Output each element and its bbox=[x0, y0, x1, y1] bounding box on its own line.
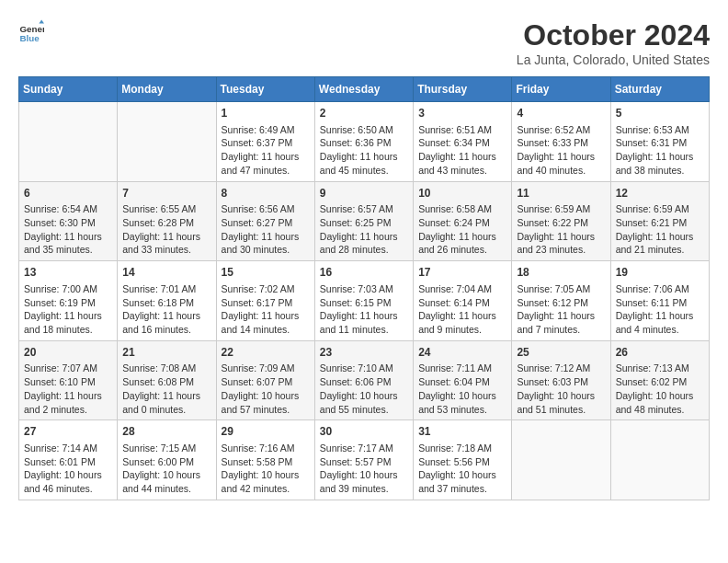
day-info: Sunrise: 6:54 AM Sunset: 6:30 PM Dayligh… bbox=[24, 202, 112, 257]
calendar-cell: 4Sunrise: 6:52 AM Sunset: 6:33 PM Daylig… bbox=[512, 102, 610, 182]
day-number: 11 bbox=[517, 186, 605, 201]
day-info: Sunrise: 7:08 AM Sunset: 6:08 PM Dayligh… bbox=[122, 362, 210, 416]
calendar-cell bbox=[610, 420, 709, 500]
day-number: 27 bbox=[24, 424, 112, 440]
day-number: 3 bbox=[418, 106, 506, 121]
calendar-cell: 15Sunrise: 7:02 AM Sunset: 6:17 PM Dayli… bbox=[216, 261, 314, 341]
day-info: Sunrise: 7:10 AM Sunset: 6:06 PM Dayligh… bbox=[320, 362, 408, 416]
svg-text:Blue: Blue bbox=[19, 33, 40, 43]
day-number: 19 bbox=[616, 265, 704, 281]
calendar-cell: 13Sunrise: 7:00 AM Sunset: 6:19 PM Dayli… bbox=[19, 261, 118, 341]
day-number: 22 bbox=[222, 345, 310, 361]
day-info: Sunrise: 7:16 AM Sunset: 5:58 PM Dayligh… bbox=[222, 442, 310, 496]
location: La Junta, Colorado, United States bbox=[517, 52, 710, 67]
calendar-cell: 28Sunrise: 7:15 AM Sunset: 6:00 PM Dayli… bbox=[118, 420, 216, 500]
page-header: General Blue October 2024 La Junta, Colo… bbox=[18, 18, 710, 67]
calendar-cell: 30Sunrise: 7:17 AM Sunset: 5:57 PM Dayli… bbox=[314, 420, 413, 500]
calendar-cell: 25Sunrise: 7:12 AM Sunset: 6:03 PM Dayli… bbox=[512, 340, 610, 420]
day-info: Sunrise: 7:12 AM Sunset: 6:03 PM Dayligh… bbox=[517, 362, 605, 416]
day-number: 24 bbox=[418, 345, 506, 361]
day-info: Sunrise: 7:13 AM Sunset: 6:02 PM Dayligh… bbox=[616, 362, 704, 416]
day-number: 13 bbox=[24, 265, 112, 281]
calendar-cell: 8Sunrise: 6:56 AM Sunset: 6:27 PM Daylig… bbox=[216, 181, 314, 261]
calendar-cell: 31Sunrise: 7:18 AM Sunset: 5:56 PM Dayli… bbox=[414, 420, 512, 500]
day-info: Sunrise: 7:02 AM Sunset: 6:17 PM Dayligh… bbox=[222, 282, 310, 337]
day-number: 31 bbox=[418, 424, 506, 440]
calendar-cell: 14Sunrise: 7:01 AM Sunset: 6:18 PM Dayli… bbox=[118, 261, 216, 341]
weekday-header-row: SundayMondayTuesdayWednesdayThursdayFrid… bbox=[19, 77, 710, 102]
day-number: 2 bbox=[320, 106, 408, 121]
day-info: Sunrise: 6:52 AM Sunset: 6:33 PM Dayligh… bbox=[517, 123, 605, 178]
calendar-cell: 27Sunrise: 7:14 AM Sunset: 6:01 PM Dayli… bbox=[19, 420, 118, 500]
day-info: Sunrise: 6:55 AM Sunset: 6:28 PM Dayligh… bbox=[122, 202, 210, 257]
calendar-cell: 24Sunrise: 7:11 AM Sunset: 6:04 PM Dayli… bbox=[414, 340, 512, 420]
day-info: Sunrise: 6:53 AM Sunset: 6:31 PM Dayligh… bbox=[616, 123, 704, 178]
calendar-cell: 16Sunrise: 7:03 AM Sunset: 6:15 PM Dayli… bbox=[314, 261, 413, 341]
weekday-header: Saturday bbox=[610, 77, 709, 102]
logo: General Blue bbox=[18, 18, 44, 44]
weekday-header: Sunday bbox=[19, 77, 118, 102]
month-title: October 2024 bbox=[517, 18, 710, 52]
logo-icon: General Blue bbox=[18, 18, 44, 44]
calendar-cell: 7Sunrise: 6:55 AM Sunset: 6:28 PM Daylig… bbox=[118, 181, 216, 261]
day-number: 6 bbox=[24, 186, 112, 201]
calendar-cell bbox=[118, 102, 216, 182]
calendar-cell: 2Sunrise: 6:50 AM Sunset: 6:36 PM Daylig… bbox=[314, 102, 413, 182]
calendar-week-row: 13Sunrise: 7:00 AM Sunset: 6:19 PM Dayli… bbox=[19, 261, 710, 341]
weekday-header: Friday bbox=[512, 77, 610, 102]
calendar-cell: 20Sunrise: 7:07 AM Sunset: 6:10 PM Dayli… bbox=[19, 340, 118, 420]
weekday-header: Wednesday bbox=[314, 77, 413, 102]
calendar-cell: 29Sunrise: 7:16 AM Sunset: 5:58 PM Dayli… bbox=[216, 420, 314, 500]
day-info: Sunrise: 7:07 AM Sunset: 6:10 PM Dayligh… bbox=[24, 362, 112, 416]
calendar-cell: 21Sunrise: 7:08 AM Sunset: 6:08 PM Dayli… bbox=[118, 340, 216, 420]
weekday-header: Monday bbox=[118, 77, 216, 102]
day-number: 30 bbox=[320, 424, 408, 440]
day-info: Sunrise: 6:58 AM Sunset: 6:24 PM Dayligh… bbox=[418, 202, 506, 257]
calendar-week-row: 1Sunrise: 6:49 AM Sunset: 6:37 PM Daylig… bbox=[19, 102, 710, 182]
day-number: 29 bbox=[222, 424, 310, 440]
day-info: Sunrise: 6:57 AM Sunset: 6:25 PM Dayligh… bbox=[320, 202, 408, 257]
day-number: 28 bbox=[122, 424, 210, 440]
calendar-week-row: 20Sunrise: 7:07 AM Sunset: 6:10 PM Dayli… bbox=[19, 340, 710, 420]
day-number: 8 bbox=[222, 186, 310, 201]
day-info: Sunrise: 6:59 AM Sunset: 6:22 PM Dayligh… bbox=[517, 202, 605, 257]
day-number: 9 bbox=[320, 186, 408, 201]
calendar-week-row: 6Sunrise: 6:54 AM Sunset: 6:30 PM Daylig… bbox=[19, 181, 710, 261]
day-info: Sunrise: 6:49 AM Sunset: 6:37 PM Dayligh… bbox=[222, 123, 310, 178]
day-info: Sunrise: 6:56 AM Sunset: 6:27 PM Dayligh… bbox=[222, 202, 310, 257]
day-info: Sunrise: 6:50 AM Sunset: 6:36 PM Dayligh… bbox=[320, 123, 408, 178]
day-info: Sunrise: 7:17 AM Sunset: 5:57 PM Dayligh… bbox=[320, 442, 408, 496]
calendar-cell: 19Sunrise: 7:06 AM Sunset: 6:11 PM Dayli… bbox=[610, 261, 709, 341]
day-info: Sunrise: 7:11 AM Sunset: 6:04 PM Dayligh… bbox=[418, 362, 506, 416]
day-number: 12 bbox=[616, 186, 704, 201]
day-number: 10 bbox=[418, 186, 506, 201]
day-info: Sunrise: 7:00 AM Sunset: 6:19 PM Dayligh… bbox=[24, 282, 112, 337]
day-number: 14 bbox=[122, 265, 210, 281]
day-info: Sunrise: 7:01 AM Sunset: 6:18 PM Dayligh… bbox=[122, 282, 210, 337]
calendar-cell: 1Sunrise: 6:49 AM Sunset: 6:37 PM Daylig… bbox=[216, 102, 314, 182]
day-info: Sunrise: 7:06 AM Sunset: 6:11 PM Dayligh… bbox=[616, 282, 704, 337]
day-number: 23 bbox=[320, 345, 408, 361]
title-block: October 2024 La Junta, Colorado, United … bbox=[517, 18, 710, 67]
day-number: 7 bbox=[122, 186, 210, 201]
calendar-cell: 22Sunrise: 7:09 AM Sunset: 6:07 PM Dayli… bbox=[216, 340, 314, 420]
weekday-header: Tuesday bbox=[216, 77, 314, 102]
day-info: Sunrise: 7:04 AM Sunset: 6:14 PM Dayligh… bbox=[418, 282, 506, 337]
calendar-cell: 12Sunrise: 6:59 AM Sunset: 6:21 PM Dayli… bbox=[610, 181, 709, 261]
calendar-cell: 26Sunrise: 7:13 AM Sunset: 6:02 PM Dayli… bbox=[610, 340, 709, 420]
day-info: Sunrise: 7:18 AM Sunset: 5:56 PM Dayligh… bbox=[418, 442, 506, 496]
day-number: 18 bbox=[517, 265, 605, 281]
day-number: 15 bbox=[222, 265, 310, 281]
day-number: 21 bbox=[122, 345, 210, 361]
day-number: 25 bbox=[517, 345, 605, 361]
day-info: Sunrise: 7:09 AM Sunset: 6:07 PM Dayligh… bbox=[222, 362, 310, 416]
calendar-cell: 9Sunrise: 6:57 AM Sunset: 6:25 PM Daylig… bbox=[314, 181, 413, 261]
calendar-cell: 18Sunrise: 7:05 AM Sunset: 6:12 PM Dayli… bbox=[512, 261, 610, 341]
calendar-cell bbox=[512, 420, 610, 500]
day-info: Sunrise: 7:03 AM Sunset: 6:15 PM Dayligh… bbox=[320, 282, 408, 337]
day-number: 1 bbox=[222, 106, 310, 121]
calendar-cell: 23Sunrise: 7:10 AM Sunset: 6:06 PM Dayli… bbox=[314, 340, 413, 420]
calendar-cell bbox=[19, 102, 118, 182]
day-number: 4 bbox=[517, 106, 605, 121]
calendar-cell: 6Sunrise: 6:54 AM Sunset: 6:30 PM Daylig… bbox=[19, 181, 118, 261]
